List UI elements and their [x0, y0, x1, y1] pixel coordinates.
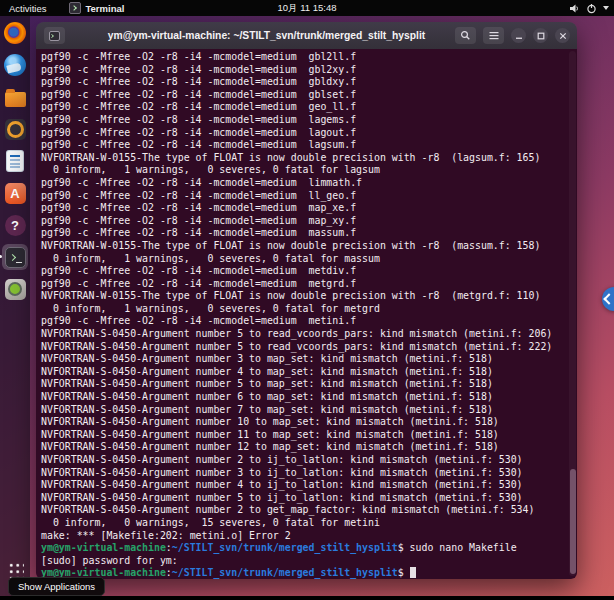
terminal-line: make: *** [Makefile:202: metini.o] Error…	[41, 530, 575, 543]
terminal-line: NVFORTRAN-S-0450-Argument number 3 to ij…	[41, 467, 575, 480]
terminal-line: 0 inform, 1 warnings, 0 severes, 0 fatal…	[41, 164, 575, 177]
terminal-line: NVFORTRAN-S-0450-Argument number 4 to ij…	[41, 479, 575, 492]
terminal-line: pgf90 -c -Mfree -O2 -r8 -i4 -mcmodel=med…	[41, 202, 575, 215]
top-bar: Activities Terminal 10月 11 15:48	[0, 0, 614, 16]
volume-icon	[569, 3, 580, 14]
files-folder-icon	[5, 92, 26, 107]
close-icon	[559, 32, 567, 40]
activities-button[interactable]: Activities	[0, 3, 55, 14]
window-app-button[interactable]	[44, 27, 65, 44]
bottom-screen-strip	[0, 596, 614, 600]
thunderbird-icon	[4, 54, 26, 76]
terminal-scrollbar[interactable]	[569, 51, 576, 576]
maximize-button[interactable]	[533, 28, 548, 43]
terminal-line: 0 inform, 1 warnings, 0 severes, 0 fatal…	[41, 253, 575, 266]
terminal-line: NVFORTRAN-S-0450-Argument number 7 to ma…	[41, 404, 575, 417]
dock-item-files[interactable]	[2, 84, 28, 110]
window-app-icon	[49, 31, 60, 41]
screen-edge-handle[interactable]	[602, 287, 614, 311]
status-menu[interactable]	[569, 0, 609, 16]
dock: A ?	[0, 16, 30, 596]
minimize-icon	[515, 32, 523, 40]
menu-button[interactable]	[483, 27, 504, 44]
terminal-line: pgf90 -c -Mfree -O2 -r8 -i4 -mcmodel=med…	[41, 139, 575, 152]
terminal-line: NVFORTRAN-W-0155-The type of FLOAT is no…	[41, 290, 575, 303]
terminal-line: pgf90 -c -Mfree -O2 -r8 -i4 -mcmodel=med…	[41, 127, 575, 140]
desktop: Activities Terminal 10月 11 15:48 A ?	[0, 0, 614, 600]
terminal-line: NVFORTRAN-S-0450-Argument number 5 to ij…	[41, 492, 575, 505]
dock-item-settings[interactable]	[2, 276, 28, 302]
firefox-icon	[4, 22, 26, 44]
terminal-line: NVFORTRAN-S-0450-Argument number 10 to m…	[41, 416, 575, 429]
terminal-line: pgf90 -c -Mfree -O2 -r8 -i4 -mcmodel=med…	[41, 190, 575, 203]
dock-item-libreoffice-writer[interactable]	[2, 148, 28, 174]
terminal-line: pgf90 -c -Mfree -O2 -r8 -i4 -mcmodel=med…	[41, 278, 575, 291]
terminal-icon	[5, 247, 26, 268]
dock-item-firefox[interactable]	[2, 20, 28, 46]
settings-gear-icon	[5, 279, 26, 300]
close-button[interactable]	[555, 28, 570, 43]
terminal-output[interactable]: pgf90 -c -Mfree -O2 -r8 -i4 -mcmodel=med…	[36, 49, 577, 579]
terminal-line: pgf90 -c -Mfree -O2 -r8 -i4 -mcmodel=med…	[41, 51, 575, 64]
terminal-app-icon	[69, 2, 81, 14]
terminal-line: pgf90 -c -Mfree -O2 -r8 -i4 -mcmodel=med…	[41, 215, 575, 228]
terminal-line: NVFORTRAN-W-0155-The type of FLOAT is no…	[41, 240, 575, 253]
terminal-line: ym@ym-virtual-machine:~/STILT_svn/trunk/…	[41, 542, 575, 555]
terminal-line: NVFORTRAN-S-0450-Argument number 11 to m…	[41, 429, 575, 442]
terminal-line: pgf90 -c -Mfree -O2 -r8 -i4 -mcmodel=med…	[41, 76, 575, 89]
terminal-line: ym@ym-virtual-machine:~/STILT_svn/trunk/…	[41, 567, 575, 579]
apps-grid-icon	[7, 561, 24, 578]
power-icon	[586, 3, 597, 14]
terminal-line: NVFORTRAN-S-0450-Argument number 2 to ij…	[41, 454, 575, 467]
terminal-line: NVFORTRAN-S-0450-Argument number 6 to ma…	[41, 391, 575, 404]
terminal-line: pgf90 -c -Mfree -O2 -r8 -i4 -mcmodel=med…	[41, 177, 575, 190]
terminal-line: NVFORTRAN-S-0450-Argument number 12 to m…	[41, 441, 575, 454]
terminal-line: pgf90 -c -Mfree -O2 -r8 -i4 -mcmodel=med…	[41, 227, 575, 240]
hamburger-icon	[489, 31, 499, 40]
terminal-line: NVFORTRAN-S-0450-Argument number 5 to re…	[41, 328, 575, 341]
focused-app-indicator[interactable]: Terminal	[69, 2, 124, 14]
dock-item-ubuntu-software[interactable]: A	[2, 180, 28, 206]
terminal-line: pgf90 -c -Mfree -O2 -r8 -i4 -mcmodel=med…	[41, 89, 575, 102]
terminal-line: pgf90 -c -Mfree -O2 -r8 -i4 -mcmodel=med…	[41, 315, 575, 328]
terminal-line: pgf90 -c -Mfree -O2 -r8 -i4 -mcmodel=med…	[41, 265, 575, 278]
maximize-icon	[537, 32, 545, 40]
help-icon: ?	[5, 215, 26, 236]
terminal-line: NVFORTRAN-S-0450-Argument number 5 to ma…	[41, 378, 575, 391]
terminal-line: pgf90 -c -Mfree -O2 -r8 -i4 -mcmodel=med…	[41, 64, 575, 77]
minimize-button[interactable]	[511, 28, 526, 43]
window-title: ym@ym-virtual-machine: ~/STILT_svn/trunk…	[76, 22, 457, 49]
scrollbar-thumb[interactable]	[570, 469, 576, 574]
terminal-window: ym@ym-virtual-machine: ~/STILT_svn/trunk…	[36, 22, 577, 579]
music-record-icon	[5, 119, 26, 140]
terminal-line: 0 inform, 0 warnings, 15 severes, 0 fata…	[41, 517, 575, 530]
dock-item-terminal[interactable]	[2, 244, 28, 270]
chevron-down-icon	[603, 6, 609, 10]
terminal-headerbar[interactable]: ym@ym-virtual-machine: ~/STILT_svn/trunk…	[36, 22, 577, 50]
terminal-line: 0 inform, 1 warnings, 0 severes, 0 fatal…	[41, 303, 575, 316]
search-icon	[460, 30, 471, 41]
dock-item-rhythmbox[interactable]	[2, 116, 28, 142]
terminal-line: NVFORTRAN-S-0450-Argument number 2 to ge…	[41, 504, 575, 517]
focused-app-label: Terminal	[85, 3, 124, 14]
terminal-line: [sudo] password for ym:	[41, 555, 575, 568]
writer-document-icon	[7, 151, 23, 171]
dock-item-help[interactable]: ?	[2, 212, 28, 238]
search-button[interactable]	[455, 27, 476, 44]
terminal-line: pgf90 -c -Mfree -O2 -r8 -i4 -mcmodel=med…	[41, 114, 575, 127]
dock-item-thunderbird[interactable]	[2, 52, 28, 78]
terminal-line: NVFORTRAN-W-0155-The type of FLOAT is no…	[41, 152, 575, 165]
show-applications-tooltip: Show Applications	[8, 577, 105, 596]
terminal-line: NVFORTRAN-S-0450-Argument number 3 to ma…	[41, 353, 575, 366]
terminal-line: NVFORTRAN-S-0450-Argument number 4 to ma…	[41, 366, 575, 379]
terminal-line: NVFORTRAN-S-0450-Argument number 5 to re…	[41, 341, 575, 354]
software-store-icon: A	[5, 183, 26, 204]
terminal-line: pgf90 -c -Mfree -O2 -r8 -i4 -mcmodel=med…	[41, 101, 575, 114]
